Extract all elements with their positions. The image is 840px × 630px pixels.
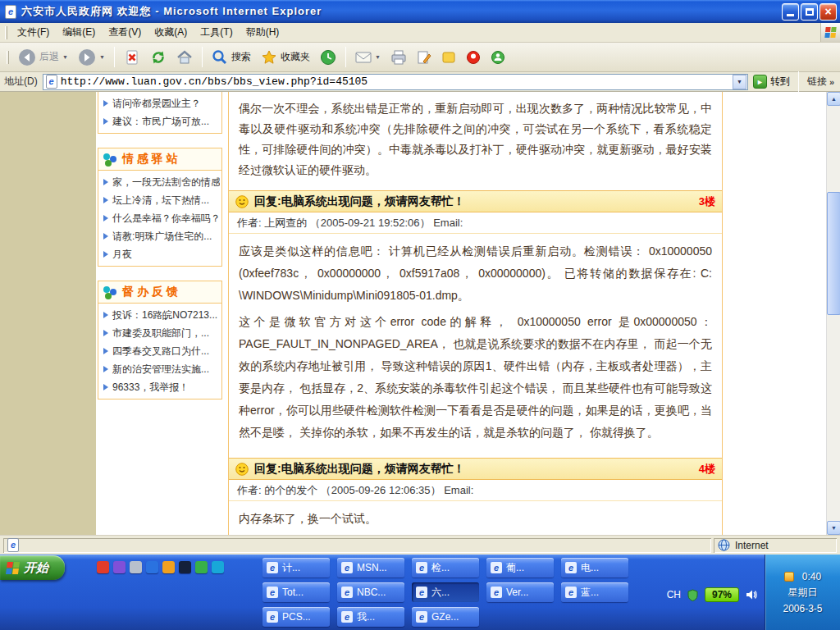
- quick-launch-icon[interactable]: [212, 561, 224, 573]
- mail-button[interactable]: ▼: [351, 48, 385, 66]
- sidebar-link[interactable]: 月夜: [100, 245, 220, 263]
- address-dropdown-button[interactable]: ▼: [733, 75, 746, 89]
- start-button[interactable]: 开始: [0, 555, 65, 580]
- qq-button[interactable]: [462, 48, 485, 67]
- task-button[interactable]: Ver...: [486, 582, 554, 602]
- menu-favorites[interactable]: 收藏(A): [148, 23, 194, 42]
- sidebar-link[interactable]: 投诉：16路皖NO7213...: [100, 306, 220, 324]
- back-icon: [18, 48, 36, 66]
- sidebar-section-header: 情 感 驿 站: [98, 148, 221, 171]
- scroll-up-button[interactable]: ▲: [827, 92, 840, 106]
- task-buttons: 计... MSN... 检... 葡... 电... Tot... NBC...…: [262, 558, 628, 627]
- task-button[interactable]: 我...: [337, 607, 404, 627]
- forward-button[interactable]: ▼: [74, 46, 109, 69]
- sidebar-link[interactable]: 96333，我举报！: [100, 378, 220, 396]
- address-input[interactable]: [61, 75, 729, 89]
- bullet-icon: [103, 233, 108, 240]
- menu-help[interactable]: 帮助(H): [240, 23, 286, 42]
- separator: [114, 47, 115, 67]
- task-button[interactable]: 检...: [412, 558, 479, 578]
- minimize-button[interactable]: [782, 3, 799, 21]
- menu-tools[interactable]: 工具(T): [194, 23, 239, 42]
- back-dropdown-icon[interactable]: ▼: [62, 54, 68, 60]
- scrollbar-thumb[interactable]: [827, 192, 840, 315]
- sidebar-link[interactable]: 市建委及职能部门，...: [100, 324, 220, 342]
- menu-edit[interactable]: 编辑(E): [56, 23, 102, 42]
- reply-author-line: 作者: 的个的发个 （2005-09-26 12:06:35） Email:: [229, 480, 722, 501]
- sidebar-link[interactable]: 什么是幸福？你幸福吗？: [100, 209, 220, 227]
- reply-post: 回复:电脑系统出现问题，烦请网友帮忙！ 4楼 作者: 的个的发个 （2005-0…: [229, 458, 722, 535]
- task-button[interactable]: NBC...: [337, 582, 404, 602]
- messenger-button[interactable]: [486, 48, 509, 67]
- sidebar-link[interactable]: 家，一段无法割舍的情感: [100, 173, 220, 191]
- ie-window-icon: [5, 5, 16, 19]
- quick-launch-icon[interactable]: [130, 561, 142, 573]
- reply-paragraph: 内存条坏了，换一个试试。: [239, 508, 712, 530]
- page-background-band: [0, 92, 96, 535]
- internet-globe-icon: [718, 539, 730, 551]
- home-icon: [176, 49, 193, 66]
- volume-icon[interactable]: [746, 589, 758, 600]
- app-icon: [267, 562, 278, 573]
- sidebar-link[interactable]: 新的治安管理法实施...: [100, 360, 220, 378]
- stop-button[interactable]: [120, 47, 144, 68]
- quick-launch-icon[interactable]: [113, 561, 126, 573]
- sidebar-link[interactable]: 建议：市民广场可放...: [100, 112, 220, 130]
- edit-icon: [417, 50, 431, 65]
- go-button[interactable]: ► 转到: [753, 75, 790, 89]
- app-icon: [341, 562, 353, 573]
- menu-view[interactable]: 查看(V): [102, 23, 148, 42]
- close-button[interactable]: ×: [819, 3, 837, 21]
- history-button[interactable]: [316, 47, 340, 68]
- forum-sidebar: 请问帝都景园业主？ 建议：市民广场可放... 情 感 驿 站 家，一段无法割舍的…: [96, 92, 225, 413]
- battery-indicator[interactable]: 97%: [705, 587, 739, 602]
- maximize-button[interactable]: [801, 3, 818, 21]
- sidebar-link[interactable]: 请问帝都景园业主？: [100, 94, 220, 112]
- discuss-button[interactable]: [437, 48, 460, 67]
- quick-launch-icon[interactable]: [162, 561, 175, 573]
- edit-button[interactable]: [413, 48, 436, 67]
- quick-launch-icon[interactable]: [146, 561, 158, 573]
- sidebar-link[interactable]: 四季春交叉路口为什...: [100, 342, 220, 360]
- quick-launch-icon[interactable]: [195, 561, 208, 573]
- shield-icon[interactable]: [687, 589, 698, 601]
- task-button[interactable]: 电...: [561, 558, 628, 578]
- language-indicator[interactable]: CH: [667, 589, 681, 600]
- print-button[interactable]: [386, 48, 411, 67]
- status-pane: [3, 538, 711, 553]
- sidebar-link[interactable]: 请教:明珠广场住宅的...: [100, 227, 220, 245]
- post-body: 偶尔一次不理会，系统出错是正常的，重新启动即可，出现次数多了，两种情况比较常见，…: [229, 92, 722, 190]
- menu-file[interactable]: 文件(F): [11, 23, 56, 42]
- reply-post: 回复:电脑系统出现问题，烦请网友帮忙！ 3楼 作者: 上网查的 （2005-09…: [229, 190, 722, 458]
- search-button[interactable]: 搜索: [208, 47, 255, 68]
- task-button[interactable]: 葡...: [486, 558, 554, 578]
- links-button[interactable]: 链接 »: [807, 75, 836, 89]
- home-button[interactable]: [172, 47, 197, 68]
- back-button[interactable]: 后退 ▼: [14, 46, 72, 69]
- taskbar-clock[interactable]: 0:40 星期日 2006-3-5: [765, 555, 840, 630]
- clock-date: 2006-3-5: [783, 603, 822, 614]
- task-button[interactable]: Tot...: [262, 582, 330, 602]
- scroll-down-button[interactable]: ▼: [827, 521, 840, 535]
- address-label: 地址(D): [4, 75, 38, 89]
- sidebar-link[interactable]: 坛上冷清，坛下热情...: [100, 191, 220, 209]
- quick-launch-icon[interactable]: [179, 561, 191, 573]
- refresh-button[interactable]: [146, 47, 171, 68]
- task-button[interactable]: PCS...: [262, 607, 330, 627]
- smiley-icon: [235, 463, 249, 476]
- task-button[interactable]: 计...: [262, 558, 330, 578]
- app-icon: [565, 562, 577, 573]
- favorites-button[interactable]: 收藏夹: [257, 47, 314, 68]
- task-button[interactable]: 蓝...: [561, 582, 628, 602]
- quick-launch-icon[interactable]: [97, 561, 109, 573]
- forward-dropdown-icon[interactable]: ▼: [99, 54, 105, 60]
- mail-dropdown-icon[interactable]: ▼: [375, 54, 381, 60]
- search-icon: [212, 49, 228, 66]
- task-button[interactable]: GZe...: [412, 607, 479, 627]
- task-button[interactable]: MSN...: [337, 558, 404, 578]
- vertical-scrollbar[interactable]: ▲ ▼: [826, 92, 840, 535]
- bullet-icon: [103, 384, 108, 390]
- task-button-active[interactable]: 六...: [412, 582, 479, 602]
- tray-status-icon[interactable]: [784, 572, 794, 582]
- bullet-icon: [103, 366, 108, 372]
